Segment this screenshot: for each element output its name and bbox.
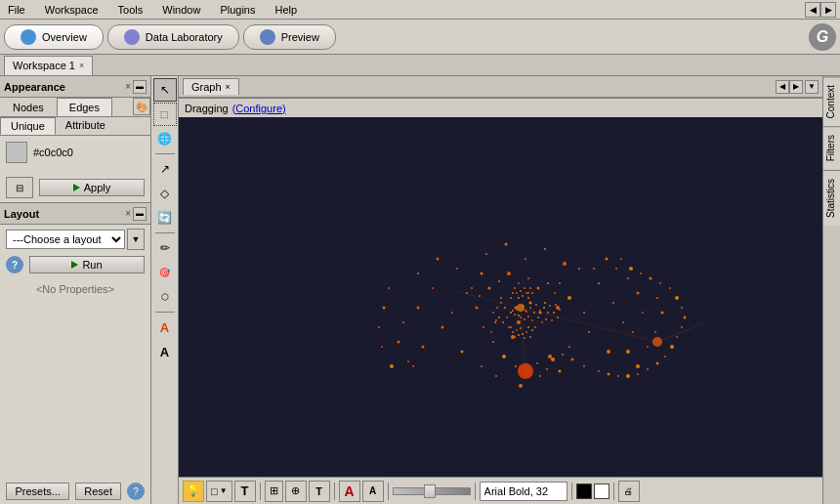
tool-text[interactable]: A (153, 340, 177, 363)
graph-nav-next[interactable]: ▶ (789, 80, 803, 94)
svg-point-126 (522, 305, 524, 307)
workspace-tab[interactable]: Workspace 1 × (4, 56, 93, 75)
svg-point-80 (388, 287, 390, 289)
svg-point-156 (516, 292, 518, 294)
svg-point-175 (529, 336, 531, 338)
svg-point-12 (490, 331, 492, 333)
graph-maximize[interactable]: ▼ (805, 80, 819, 94)
configure-link[interactable]: (Configure) (232, 103, 286, 114)
btn-display[interactable]: □ ▼ (206, 481, 232, 502)
side-tab-filters[interactable]: Filters (823, 126, 840, 169)
svg-point-160 (524, 287, 525, 289)
graph-canvas[interactable] (179, 117, 822, 477)
svg-point-130 (527, 315, 529, 317)
svg-point-89 (636, 364, 640, 368)
appearance-header: Appearance × ▬ (0, 76, 150, 98)
graph-tab[interactable]: Graph × (183, 78, 239, 95)
tab-preview[interactable]: Preview (243, 24, 336, 50)
svg-point-50 (402, 321, 404, 323)
run-area: ? Run (0, 254, 150, 275)
btn-text-t[interactable]: T (234, 481, 256, 502)
tool-refresh[interactable]: 🔄 (153, 206, 177, 230)
svg-point-18 (559, 282, 561, 284)
sub-tab-unique[interactable]: Unique (0, 117, 56, 135)
color-swatch[interactable] (6, 142, 27, 163)
zoom-thumb[interactable] (424, 484, 436, 498)
svg-point-56 (559, 370, 562, 373)
appearance-close[interactable]: × (125, 81, 131, 92)
font-input[interactable] (480, 482, 567, 501)
svg-point-134 (533, 312, 535, 314)
svg-point-29 (417, 307, 420, 310)
side-tab-context[interactable]: Context (823, 76, 840, 126)
svg-point-113 (656, 362, 659, 365)
tool-diamond[interactable]: ◇ (153, 182, 177, 205)
tab-edges[interactable]: Edges (57, 98, 112, 116)
svg-point-36 (485, 253, 487, 255)
tool-target[interactable]: 🎯 (153, 261, 177, 284)
menu-tools[interactable]: Tools (114, 2, 147, 18)
run-button[interactable]: Run (29, 256, 145, 273)
window-nav-prev[interactable]: ◀ (805, 2, 820, 18)
tab-nodes[interactable]: Nodes (0, 98, 57, 116)
tab-data-laboratory[interactable]: Data Laboratory (107, 24, 239, 50)
graph-nav-prev[interactable]: ◀ (776, 80, 789, 94)
tool-zoom[interactable]: ↗ (153, 157, 177, 181)
sub-tab-attribute[interactable]: Attribute (56, 117, 115, 135)
svg-point-53 (495, 375, 497, 377)
menu-plugins[interactable]: Plugins (216, 2, 259, 18)
workspace-close[interactable]: × (79, 61, 84, 70)
color-black[interactable] (576, 483, 592, 499)
layout-dropdown[interactable]: ---Choose a layout (6, 230, 125, 249)
svg-point-49 (626, 350, 630, 354)
layout-minimize[interactable]: ▬ (133, 207, 147, 221)
paint-icon[interactable]: 🎨 (133, 98, 150, 115)
apply-button[interactable]: Apply (39, 179, 145, 196)
apply-play-icon (73, 184, 80, 191)
tab-overview[interactable]: Overview (4, 24, 104, 50)
btn-export[interactable]: 🖨 (618, 481, 640, 502)
zoom-slider[interactable] (393, 487, 471, 495)
graph-svg (179, 117, 822, 477)
menu-file[interactable]: File (4, 2, 29, 18)
graph-close[interactable]: × (226, 82, 231, 92)
btn-text2[interactable]: T (309, 481, 330, 502)
appearance-icon-btn[interactable]: ⊟ (6, 177, 33, 198)
menu-workspace[interactable]: Workspace (41, 2, 103, 18)
appearance-minimize[interactable]: ▬ (133, 80, 147, 94)
svg-point-65 (536, 362, 538, 364)
layout-help-icon[interactable]: ? (6, 256, 23, 273)
layout-close[interactable]: × (125, 208, 131, 219)
menu-help[interactable]: Help (271, 2, 301, 18)
tool-globe[interactable]: 🌐 (153, 127, 177, 150)
svg-point-9 (500, 297, 502, 299)
no-properties: <No Properties> (0, 275, 150, 303)
svg-point-100 (620, 258, 622, 260)
svg-point-17 (481, 273, 483, 275)
btn-font-dec[interactable]: A (339, 481, 360, 502)
btn-target[interactable]: ⊕ (285, 481, 307, 502)
tool-hex[interactable]: ⬡ (153, 285, 177, 309)
presets-button[interactable]: Presets... (6, 483, 69, 500)
svg-point-55 (539, 375, 541, 377)
window-nav-next[interactable]: ▶ (820, 2, 836, 18)
tool-marquee[interactable]: ⬚ (153, 103, 177, 126)
svg-point-44 (417, 273, 419, 274)
svg-point-155 (514, 287, 516, 289)
layout-dropdown-arrow[interactable]: ▼ (127, 229, 145, 250)
svg-point-62 (502, 355, 506, 358)
layout-settings-icon[interactable]: ? (127, 483, 145, 500)
svg-point-110 (676, 336, 678, 338)
reset-button[interactable]: Reset (75, 483, 121, 500)
tool-select[interactable]: ↖ (153, 78, 177, 102)
tool-text-color[interactable]: A (153, 315, 177, 339)
status-text: Dragging (185, 103, 229, 114)
btn-light[interactable]: 💡 (183, 481, 204, 502)
color-white[interactable] (594, 483, 609, 499)
btn-font-inc[interactable]: A (362, 481, 384, 502)
menu-window[interactable]: Window (158, 2, 204, 18)
side-tab-statistics[interactable]: Statistics (823, 170, 840, 226)
btn-select[interactable]: ⊞ (265, 481, 283, 502)
tool-pen[interactable]: ✏ (153, 236, 177, 260)
run-play-icon (71, 261, 78, 269)
